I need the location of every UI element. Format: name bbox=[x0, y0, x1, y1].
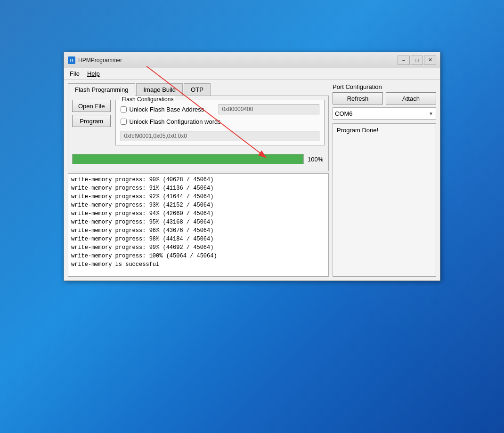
progress-bar-fill bbox=[73, 154, 303, 164]
main-window: H HPMProgrammer − □ ✕ File Help Flash Pr… bbox=[64, 52, 440, 281]
refresh-button[interactable]: Refresh bbox=[333, 92, 383, 104]
tab-content: Open File Program Flash Configurations U… bbox=[68, 96, 329, 171]
flash-config-group: Flash Configurations Unlock Flash Base A… bbox=[115, 100, 325, 145]
base-address-input[interactable] bbox=[219, 104, 319, 114]
program-button[interactable]: Program bbox=[72, 115, 111, 127]
right-panel: Port Configuration Refresh Attach COM6CO… bbox=[333, 83, 436, 277]
tab-image-build[interactable]: Image Build bbox=[136, 83, 183, 96]
attach-button[interactable]: Attach bbox=[386, 92, 436, 104]
base-address-checkbox[interactable] bbox=[121, 106, 127, 112]
menu-bar: File Help bbox=[64, 68, 440, 80]
com-port-select[interactable]: COM6COM1COM2COM3COM4COM5 bbox=[333, 107, 436, 120]
base-address-checkbox-label[interactable]: Unlock Flash Base Address bbox=[121, 106, 215, 113]
action-buttons: Open File Program bbox=[72, 100, 111, 149]
port-config-section: Port Configuration Refresh Attach COM6CO… bbox=[333, 83, 436, 120]
window-title: HPMProgrammer bbox=[78, 57, 398, 64]
config-words-input[interactable] bbox=[121, 131, 319, 141]
com-port-wrapper: COM6COM1COM2COM3COM4COM5 ▼ bbox=[333, 107, 436, 120]
log-area[interactable]: write-memory progress: 90% (40628 / 4506… bbox=[68, 173, 329, 277]
config-words-checkbox[interactable] bbox=[121, 119, 127, 125]
tab-bar: Flash Programming Image Build OTP bbox=[68, 83, 329, 96]
progress-bar-container bbox=[72, 154, 304, 164]
config-words-checkbox-label[interactable]: Unlock Flash Configuration words bbox=[121, 118, 220, 125]
port-config-title: Port Configuration bbox=[333, 83, 436, 90]
base-address-row: Unlock Flash Base Address bbox=[121, 104, 319, 114]
minimize-button[interactable]: − bbox=[398, 56, 410, 65]
progress-area: 100% bbox=[72, 151, 325, 167]
title-bar: H HPMProgrammer − □ ✕ bbox=[64, 52, 440, 68]
main-content: Flash Programming Image Build OTP Open F… bbox=[64, 80, 440, 281]
output-box: Program Done! bbox=[333, 123, 436, 277]
left-panel: Flash Programming Image Build OTP Open F… bbox=[68, 83, 329, 277]
output-text: Program Done! bbox=[337, 127, 378, 134]
maximize-button[interactable]: □ bbox=[411, 56, 423, 65]
tab-otp[interactable]: OTP bbox=[184, 83, 211, 96]
tab-flash-programming[interactable]: Flash Programming bbox=[68, 83, 135, 96]
menu-help[interactable]: Help bbox=[83, 69, 104, 78]
group-box-title: Flash Configurations bbox=[120, 96, 175, 103]
port-buttons: Refresh Attach bbox=[333, 92, 436, 104]
config-words-row: Unlock Flash Configuration words bbox=[121, 118, 319, 141]
close-button[interactable]: ✕ bbox=[424, 56, 436, 65]
window-controls: − □ ✕ bbox=[398, 56, 436, 65]
menu-file[interactable]: File bbox=[66, 69, 83, 78]
progress-label: 100% bbox=[308, 156, 325, 163]
app-icon: H bbox=[68, 56, 75, 64]
left-section: Open File Program Flash Configurations U… bbox=[72, 100, 325, 149]
open-file-button[interactable]: Open File bbox=[72, 100, 111, 112]
